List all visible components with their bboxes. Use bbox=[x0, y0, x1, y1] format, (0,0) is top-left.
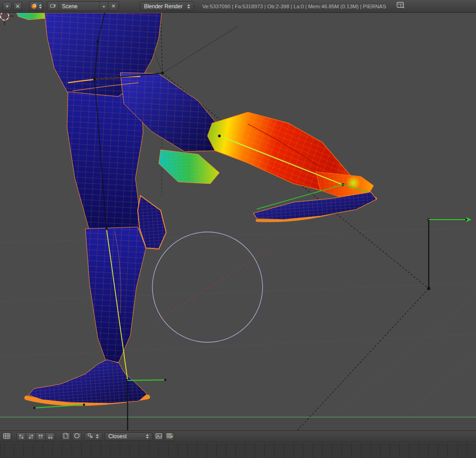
scene-datablock: Scene + ✕ bbox=[47, 1, 119, 11]
grid-toggle-button[interactable] bbox=[36, 432, 45, 441]
scene-stats: Ve:5337090 | Fa:5318973 | Ob:2-398 | La:… bbox=[202, 4, 386, 9]
scene-datablock-icon bbox=[50, 2, 56, 11]
layer-toggle-group bbox=[17, 432, 55, 441]
screen-layout-icon bbox=[397, 2, 405, 11]
new-scene-button[interactable]: + bbox=[99, 2, 108, 11]
app-menu-button[interactable] bbox=[29, 1, 43, 11]
render-engine-value: Blender Render bbox=[144, 3, 183, 10]
editor-type-grid-icon bbox=[3, 432, 10, 441]
file-button[interactable] bbox=[61, 432, 71, 441]
add-button[interactable]: + bbox=[3, 2, 11, 11]
image-grid-icon bbox=[156, 432, 162, 441]
snap-element-dropdown[interactable] bbox=[84, 432, 102, 441]
chevron-updown-icon bbox=[96, 434, 99, 439]
timeline-strip[interactable] bbox=[0, 442, 476, 458]
chevron-updown-icon bbox=[39, 4, 42, 9]
editor-type-button[interactable] bbox=[2, 432, 11, 441]
floor-below-axis bbox=[0, 418, 476, 430]
chevron-updown-icon bbox=[187, 4, 190, 9]
grid-toggle-button[interactable] bbox=[26, 432, 36, 441]
grid-toggle-button[interactable] bbox=[17, 432, 26, 441]
circle-icon bbox=[74, 432, 80, 441]
snap-increment-icon bbox=[88, 433, 93, 440]
chevron-updown-icon bbox=[146, 434, 149, 439]
file-icon bbox=[63, 432, 68, 441]
scene-browse-button[interactable] bbox=[47, 2, 59, 11]
3d-viewport[interactable] bbox=[0, 13, 476, 430]
grid-toggle-button[interactable] bbox=[45, 432, 55, 441]
grid-pencil-icon bbox=[167, 432, 173, 441]
render-engine-dropdown[interactable]: Blender Render bbox=[140, 1, 194, 11]
scene-name-field[interactable]: Scene bbox=[59, 2, 99, 11]
snap-target-dropdown[interactable]: Closest bbox=[105, 432, 152, 441]
proportional-edit-button[interactable] bbox=[72, 432, 82, 441]
image-grid-button[interactable] bbox=[154, 432, 163, 441]
unlink-scene-button[interactable]: ✕ bbox=[108, 2, 118, 11]
info-editor-header: + ✕ bbox=[0, 0, 476, 13]
grid-pencil-button[interactable] bbox=[165, 432, 174, 441]
editor-footer-header: Closest bbox=[0, 430, 476, 442]
snap-target-value: Closest bbox=[108, 433, 127, 440]
blender-window: + ✕ bbox=[0, 0, 476, 458]
close-button[interactable]: ✕ bbox=[13, 2, 22, 11]
blender-logo-icon bbox=[31, 2, 38, 11]
screen-layout-button[interactable] bbox=[395, 2, 406, 11]
